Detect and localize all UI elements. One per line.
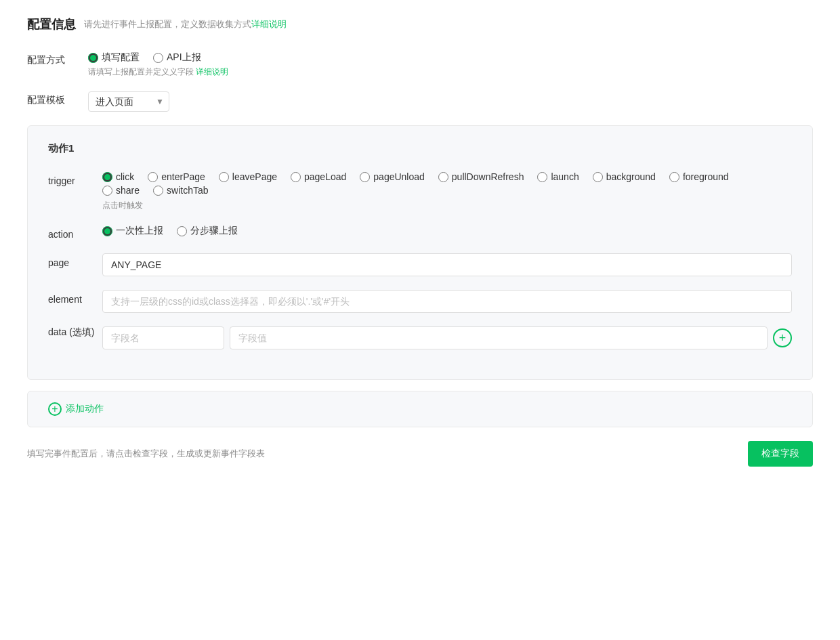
config-hint: 请填写上报配置并定义义字段 详细说明 [88, 66, 813, 78]
data-control: + [102, 326, 792, 349]
trigger-control: click enterPage leavePage pageLoad [102, 171, 792, 211]
data-fields-row: + [102, 326, 792, 349]
field-value-input[interactable] [230, 326, 768, 349]
add-action-label: 添加动作 [66, 403, 104, 415]
trigger-hint: 点击时触发 [102, 200, 792, 211]
action-label: action [48, 225, 102, 240]
data-row: data (选填) + [48, 326, 792, 349]
config-template-label: 配置模板 [27, 91, 88, 106]
trigger-leavePage[interactable]: leavePage [219, 171, 277, 182]
add-field-button[interactable]: + [773, 328, 792, 347]
page-desc: 请先进行事件上报配置，定义数据收集方式详细说明 [84, 18, 287, 30]
field-name-input[interactable] [102, 326, 224, 349]
trigger-share[interactable]: share [102, 185, 140, 196]
page-input[interactable] [102, 253, 792, 276]
trigger-foreground[interactable]: foreground [669, 171, 729, 182]
element-input[interactable] [102, 290, 792, 313]
trigger-switchTab[interactable]: switchTab [153, 185, 208, 196]
footer-hint-text: 填写完事件配置后，请点击检查字段，生成或更新事件字段表 [27, 448, 265, 460]
config-template-select[interactable]: 进入页面 [88, 91, 169, 112]
config-method-group: 填写配置 API上报 [88, 51, 813, 64]
check-field-button[interactable]: 检查字段 [748, 441, 813, 467]
action-title: 动作1 [48, 142, 792, 155]
add-action-icon: + [48, 402, 62, 416]
config-method-label: 配置方式 [27, 51, 88, 66]
action-group: 一次性上报 分步骤上报 [102, 225, 792, 237]
element-control [102, 290, 792, 313]
trigger-background[interactable]: background [593, 171, 656, 182]
action-row: action 一次性上报 分步骤上报 [48, 225, 792, 240]
config-hint-link[interactable]: 详细说明 [196, 67, 228, 77]
trigger-label: trigger [48, 171, 102, 186]
page-control [102, 253, 792, 276]
trigger-enterPage[interactable]: enterPage [148, 171, 205, 182]
desc-link[interactable]: 详细说明 [251, 19, 287, 29]
trigger-pageLoad[interactable]: pageLoad [291, 171, 346, 182]
page-title: 配置信息 [27, 16, 76, 33]
trigger-pullDownRefresh[interactable]: pullDownRefresh [438, 171, 524, 182]
config-method-fill[interactable]: 填写配置 [88, 51, 140, 64]
trigger-launch[interactable]: launch [537, 171, 579, 182]
trigger-click[interactable]: click [102, 171, 134, 182]
trigger-row: trigger click enterPage leav [48, 171, 792, 211]
element-label: element [48, 290, 102, 305]
action-card: 动作1 trigger click enterPage [27, 125, 813, 380]
trigger-group: click enterPage leavePage pageLoad [102, 171, 792, 182]
footer-hint-row: 填写完事件配置后，请点击检查字段，生成或更新事件字段表 检查字段 [27, 441, 813, 480]
config-method-api[interactable]: API上报 [153, 51, 201, 64]
action-once[interactable]: 一次性上报 [102, 225, 163, 237]
element-row: element [48, 290, 792, 313]
data-label: data (选填) [48, 326, 102, 339]
action-step[interactable]: 分步骤上报 [177, 225, 238, 237]
page-label: page [48, 253, 102, 268]
trigger-pageUnload[interactable]: pageUnload [360, 171, 425, 182]
add-action-row[interactable]: + 添加动作 [27, 391, 813, 427]
page-row: page [48, 253, 792, 276]
action-control: 一次性上报 分步骤上报 [102, 225, 792, 237]
config-template-select-wrapper: 进入页面 ▼ [88, 91, 169, 112]
